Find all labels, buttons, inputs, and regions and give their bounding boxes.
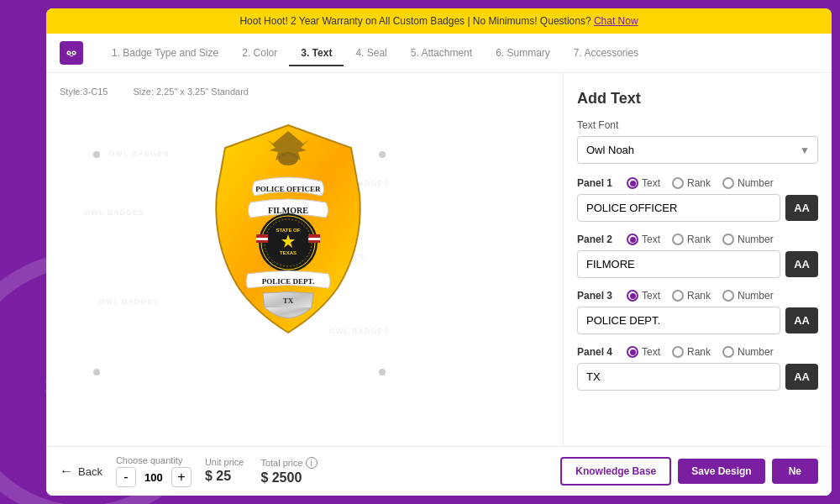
panel-3-text-radio[interactable]: Text [627, 290, 660, 302]
panel-1-number-radio-circle [722, 177, 734, 189]
header-nav: 1. Badge Type and Size 2. Color 3. Text … [46, 34, 832, 73]
svg-rect-16 [256, 238, 268, 240]
panel-1-label: Panel 1 [577, 177, 615, 189]
panel-2-radio-group: Text Rank Number [627, 234, 774, 245]
price-section: Unit price $ 25 Total price i $ 2500 [205, 457, 318, 486]
panel-1-number-radio[interactable]: Number [722, 177, 774, 189]
panel-2-aa-button[interactable]: AA [785, 251, 818, 277]
panel-3-number-radio-circle [722, 290, 734, 302]
panel-4-input-row: AA [577, 363, 818, 391]
panel-3-header: Panel 3 Text Rank Number [577, 290, 818, 302]
panel-2-text-radio[interactable]: Text [627, 234, 660, 245]
svg-point-4 [73, 52, 75, 54]
quantity-label: Choose quantity [116, 455, 192, 465]
right-panel: Add Text Text Font Owl Noah ▼ Panel 1 Te… [563, 73, 832, 446]
svg-point-0 [65, 46, 78, 60]
svg-rect-20 [308, 238, 320, 240]
panel-2-rank-radio[interactable]: Rank [672, 234, 711, 245]
panel-4-rank-radio-circle [672, 346, 684, 358]
panel-1-input[interactable] [577, 194, 780, 222]
size-label: Size: 2.25" x 3.25" Standard [133, 87, 248, 97]
nav-step-seal[interactable]: 4. Seal [344, 40, 398, 66]
panel-3-rank-radio[interactable]: Rank [672, 290, 711, 302]
panel-2-number-radio[interactable]: Number [722, 234, 774, 245]
quantity-section: Choose quantity - 100 + [116, 455, 192, 487]
wm1: OWL BADGES [108, 150, 169, 158]
panel-2-number-radio-circle [722, 234, 734, 245]
corner-dot-bl [93, 369, 100, 375]
total-price-info-icon[interactable]: i [306, 457, 318, 469]
panel-1-rank-radio[interactable]: Rank [672, 177, 711, 189]
quantity-increase-button[interactable]: + [171, 467, 192, 487]
badge-svg: POLICE OFFICER FILMORE STATE OF TEXAS [204, 118, 372, 345]
nav-step-summary[interactable]: 6. Summary [484, 40, 562, 66]
nav-step-attachment[interactable]: 5. Attachment [399, 40, 484, 66]
unit-price-label: Unit price [205, 457, 244, 467]
chat-now-link[interactable]: Chat Now [594, 15, 638, 27]
panel-2-input-row: AA [577, 250, 818, 278]
badge-area: OWL BADGES OWL BADGES OWL BADGES OWL BAD… [60, 105, 549, 401]
content-area: Style:3-C15 Size: 2.25" x 3.25" Standard… [46, 73, 832, 446]
badge-preview: POLICE OFFICER FILMORE STATE OF TEXAS [204, 118, 406, 387]
panel-4-rank-radio[interactable]: Rank [672, 346, 711, 358]
back-button[interactable]: ← Back [60, 464, 102, 479]
panel-4-radio-group: Text Rank Number [627, 346, 774, 358]
panel-1-text-radio[interactable]: Text [627, 177, 660, 189]
panel-3-radio-group: Text Rank Number [627, 290, 774, 302]
panel-3-input-row: AA [577, 307, 818, 334]
wm5: OWL BADGES [99, 297, 160, 306]
save-design-button[interactable]: Save Design [678, 459, 764, 484]
font-label: Text Font [577, 119, 818, 131]
panel-2-header: Panel 2 Text Rank Number [577, 234, 818, 245]
svg-text:TEXAS: TEXAS [279, 250, 296, 255]
panel-3-input[interactable] [577, 307, 780, 334]
panel-1-aa-button[interactable]: AA [785, 195, 818, 221]
panel-3-number-radio[interactable]: Number [722, 290, 774, 302]
total-price-value: $ 2500 [260, 470, 317, 486]
panel-1-radio-group: Text Rank Number [627, 177, 774, 189]
next-button[interactable]: Ne [772, 459, 818, 484]
main-container: Hoot Hoot! 2 Year Warranty on All Custom… [46, 8, 832, 496]
panel-4-input[interactable] [577, 363, 780, 391]
quantity-decrease-button[interactable]: - [116, 467, 136, 487]
panel-4-label: Panel 4 [577, 346, 615, 358]
bottom-actions: Knowledge Base Save Design Ne [560, 457, 818, 486]
logo-icon [60, 41, 83, 65]
nav-step-badge-type[interactable]: 1. Badge Type and Size [100, 40, 230, 66]
nav-step-accessories[interactable]: 7. Accessories [562, 40, 650, 66]
svg-point-5 [278, 152, 298, 165]
svg-text:TX: TX [282, 297, 293, 305]
panel-1-rank-radio-circle [672, 177, 684, 189]
panel-3-text-radio-circle [627, 290, 638, 302]
panel-4-header: Panel 4 Text Rank Number [577, 346, 818, 358]
quantity-value: 100 [141, 471, 166, 484]
svg-rect-21 [308, 240, 320, 243]
style-label: Style:3-C15 [60, 87, 108, 97]
panel-3-aa-button[interactable]: AA [785, 307, 818, 333]
panel-1-row: Panel 1 Text Rank Number [577, 177, 818, 222]
panel-4-aa-button[interactable]: AA [785, 364, 818, 390]
nav-step-text[interactable]: 3. Text [289, 40, 344, 66]
corner-dot-tl [93, 151, 100, 158]
panel-3-rank-radio-circle [672, 290, 684, 302]
panel-2-label: Panel 2 [577, 234, 615, 245]
svg-rect-19 [308, 234, 320, 238]
quantity-controls: - 100 + [116, 467, 192, 487]
unit-price-value: $ 25 [205, 469, 244, 484]
font-select[interactable]: Owl Noah [577, 136, 818, 164]
svg-text:STATE OF: STATE OF [276, 228, 300, 233]
knowledge-base-button[interactable]: Knowledge Base [560, 457, 671, 486]
total-price-item: Total price i $ 2500 [260, 457, 317, 486]
top-banner: Hoot Hoot! 2 Year Warranty on All Custom… [46, 8, 832, 34]
nav-steps: 1. Badge Type and Size 2. Color 3. Text … [100, 40, 818, 66]
preview-panel: Style:3-C15 Size: 2.25" x 3.25" Standard… [46, 73, 563, 446]
panel-4-text-radio[interactable]: Text [627, 346, 660, 358]
svg-text:POLICE DEPT.: POLICE DEPT. [261, 277, 313, 286]
back-label: Back [78, 465, 102, 478]
panel-4-text-radio-circle [627, 346, 638, 358]
add-text-title: Add Text [577, 90, 818, 108]
panel-4-number-radio[interactable]: Number [722, 346, 774, 358]
total-price-label: Total price i [260, 457, 317, 469]
nav-step-color[interactable]: 2. Color [230, 40, 289, 66]
panel-2-input[interactable] [577, 250, 780, 278]
